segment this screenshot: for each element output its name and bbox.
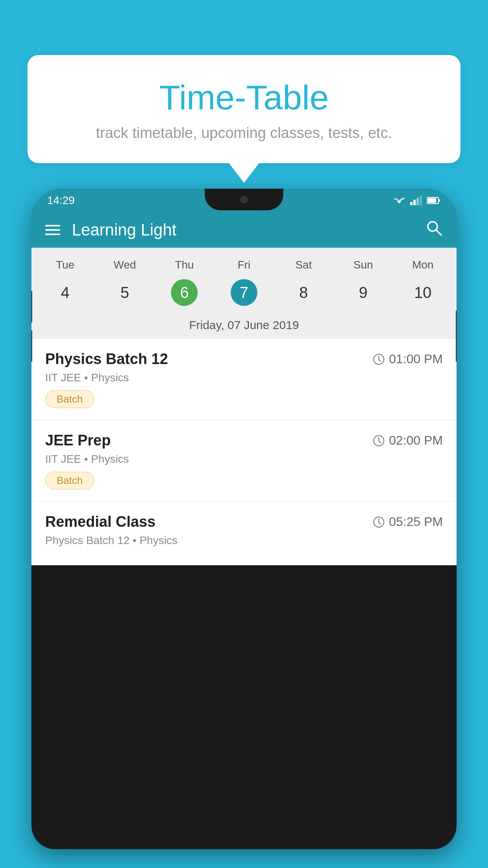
- class-1-meta: IIT JEE • Physics: [45, 371, 443, 384]
- svg-line-9: [436, 230, 441, 235]
- hamburger-menu[interactable]: [45, 225, 60, 235]
- class-3-name: Remedial Class: [45, 513, 156, 530]
- svg-rect-1: [410, 202, 413, 205]
- header-left: Learning Light: [45, 221, 176, 239]
- day-numbers: 4 5 6 7 8 9 10: [31, 274, 457, 314]
- selected-date-label: Friday, 07 June 2019: [31, 314, 457, 339]
- svg-rect-7: [427, 198, 436, 203]
- date-4[interactable]: 4: [35, 274, 95, 311]
- date-9[interactable]: 9: [334, 274, 393, 311]
- clock-icon-3: [372, 516, 385, 528]
- day-sun: Sun: [334, 256, 393, 274]
- day-wed: Wed: [95, 256, 155, 274]
- class-3-time: 05:25 PM: [372, 515, 443, 529]
- class-item-3-header: Remedial Class 05:25 PM: [45, 513, 443, 530]
- class-3-meta: Physics Batch 12 • Physics: [45, 534, 443, 547]
- svg-line-18: [379, 522, 381, 524]
- class-item-2[interactable]: JEE Prep 02:00 PM IIT JEE • Physics Batc…: [31, 420, 457, 502]
- date-10[interactable]: 10: [393, 274, 453, 311]
- phone-notch: [205, 189, 283, 210]
- day-mon: Mon: [393, 256, 453, 274]
- date-7-selected[interactable]: 7: [214, 274, 274, 311]
- class-2-time: 02:00 PM: [372, 433, 443, 448]
- date-8[interactable]: 8: [274, 274, 334, 311]
- class-item-3[interactable]: Remedial Class 05:25 PM Physics Batch 12…: [31, 502, 457, 565]
- class-1-name: Physics Batch 12: [45, 351, 168, 368]
- battery-icon: [427, 197, 441, 204]
- date-6-today[interactable]: 6: [154, 274, 214, 311]
- svg-rect-4: [420, 196, 422, 205]
- volume-up-btn: [31, 291, 32, 322]
- wifi-icon: [393, 196, 405, 205]
- class-item-2-header: JEE Prep 02:00 PM: [45, 432, 443, 449]
- signal-icon: [410, 196, 422, 205]
- day-sat: Sat: [274, 256, 334, 274]
- search-button[interactable]: [426, 219, 443, 241]
- class-list: Physics Batch 12 01:00 PM IIT JEE • Phys…: [31, 339, 457, 565]
- svg-rect-6: [438, 199, 440, 202]
- svg-rect-3: [416, 198, 419, 205]
- status-icons: [393, 196, 441, 205]
- day-thu: Thu: [154, 256, 214, 274]
- svg-line-12: [379, 360, 381, 361]
- class-2-meta: IIT JEE • Physics: [45, 453, 443, 465]
- class-1-time: 01:00 PM: [372, 352, 443, 366]
- date-5[interactable]: 5: [95, 274, 155, 311]
- power-btn: [456, 311, 457, 362]
- bubble-title: Time-Table: [51, 79, 437, 117]
- class-item-1-header: Physics Batch 12 01:00 PM: [45, 351, 443, 368]
- app-header: Learning Light: [31, 212, 457, 248]
- clock-icon-1: [372, 353, 385, 366]
- class-1-badge: Batch: [45, 390, 94, 408]
- volume-down-btn: [31, 330, 32, 362]
- phone-frame: 14:29: [31, 189, 457, 849]
- day-headers: Tue Wed Thu Fri Sat Sun Mon: [31, 256, 457, 274]
- class-2-badge: Batch: [45, 472, 94, 489]
- class-item-1[interactable]: Physics Batch 12 01:00 PM IIT JEE • Phys…: [31, 339, 457, 420]
- app-title: Learning Light: [72, 221, 176, 239]
- clock-icon-2: [372, 434, 385, 447]
- svg-rect-2: [413, 200, 416, 205]
- camera: [240, 196, 248, 204]
- day-tue: Tue: [35, 256, 95, 274]
- bubble-subtitle: track timetable, upcoming classes, tests…: [51, 125, 437, 142]
- phone-container: 14:29: [31, 189, 457, 868]
- status-time: 14:29: [47, 194, 75, 207]
- day-fri: Fri: [214, 256, 274, 274]
- speech-bubble: Time-Table track timetable, upcoming cla…: [28, 55, 460, 163]
- class-2-name: JEE Prep: [45, 432, 111, 449]
- speech-bubble-container: Time-Table track timetable, upcoming cla…: [28, 55, 460, 163]
- svg-line-15: [379, 441, 381, 443]
- calendar-strip: Tue Wed Thu Fri Sat Sun Mon 4 5 6 7 8 9 …: [31, 248, 457, 339]
